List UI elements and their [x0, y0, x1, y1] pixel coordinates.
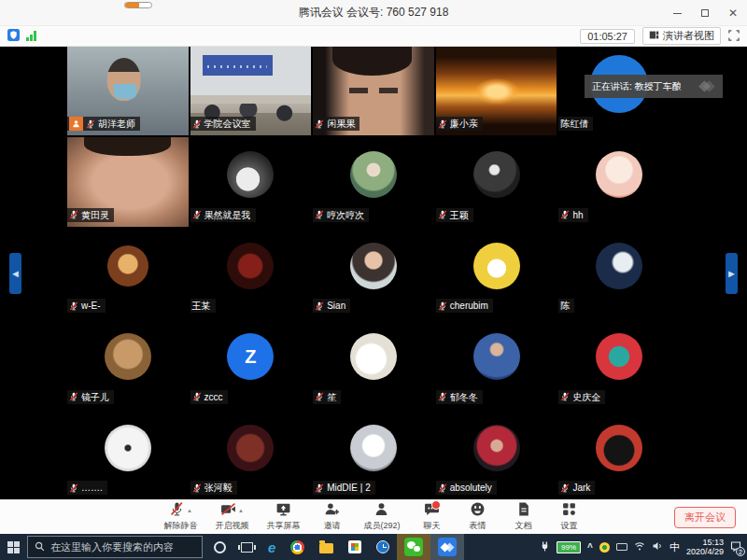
invite-icon: [324, 501, 340, 521]
taskbar-app-wechat[interactable]: [397, 534, 430, 560]
mic-muted-icon: [560, 483, 570, 493]
documents-button[interactable]: 文档: [510, 503, 538, 532]
taskbar-app-chrome[interactable]: [283, 534, 312, 560]
participant-tile[interactable]: 廉小亲: [436, 47, 557, 135]
start-button[interactable]: [0, 534, 27, 560]
participant-tile[interactable]: 郁冬冬: [436, 319, 557, 408]
participant-tile[interactable]: MidDIE | 2: [313, 411, 434, 499]
recording-indicator-icon: [124, 2, 152, 8]
ime-indicator[interactable]: 中: [669, 540, 680, 554]
alarms-clock-icon: [376, 540, 389, 553]
tray-expand-chevron-icon[interactable]: ^: [587, 542, 593, 553]
participant-tile[interactable]: 王颖: [436, 137, 557, 226]
participant-tile[interactable]: 王某: [190, 229, 312, 317]
taskbar-search-input[interactable]: 在这里输入你要搜索的内容: [27, 536, 203, 558]
taskbar-app-tencent-meeting[interactable]: [430, 534, 464, 560]
speaker-view-button[interactable]: 演讲者视图: [642, 27, 721, 45]
mic-muted-icon: [192, 210, 202, 219]
participant-tile[interactable]: hh: [558, 137, 680, 226]
participant-tile[interactable]: 学院会议室: [190, 47, 312, 135]
battery-indicator[interactable]: 99%: [557, 541, 581, 553]
action-center-button[interactable]: 2: [730, 540, 741, 553]
mic-muted-icon: [69, 483, 78, 493]
taskbar-clock[interactable]: 15:13 2020/4/29: [686, 538, 724, 556]
emoji-button[interactable]: 表情: [464, 503, 492, 532]
task-view-button[interactable]: [233, 534, 261, 560]
participant-tile[interactable]: 哼次哼次: [313, 137, 434, 226]
taskbar-app-store[interactable]: [341, 534, 369, 560]
participant-tile[interactable]: Sian: [313, 229, 434, 317]
video-options-caret-icon[interactable]: ▲: [238, 508, 244, 513]
participant-name-label: MidDIE | 2: [313, 481, 375, 495]
taskbar-app-ie[interactable]: e: [261, 534, 283, 560]
participant-tile[interactable]: 张河毅: [190, 411, 312, 499]
invite-button[interactable]: 邀请: [317, 503, 345, 532]
settings-icon: [561, 501, 577, 521]
power-plug-icon: [540, 541, 550, 553]
tray-app-icon[interactable]: [599, 542, 610, 553]
window-title: 腾讯会议 会议号: 760 527 918: [299, 5, 449, 21]
participant-tile[interactable]: Zzccc: [190, 319, 312, 408]
microsoft-store-icon: [348, 540, 361, 553]
participant-tile[interactable]: 黄田灵: [67, 137, 189, 226]
start-video-button[interactable]: ▲ 开启视频: [215, 503, 248, 532]
members-button[interactable]: 成员(292): [363, 503, 400, 532]
unmute-button[interactable]: ▲ 解除静音: [163, 503, 197, 532]
cortana-icon: [214, 541, 226, 553]
maximize-button[interactable]: [698, 7, 712, 20]
participant-tile[interactable]: 闲果果: [313, 47, 434, 135]
participant-name-label: 哼次哼次: [313, 208, 369, 222]
tray-time: 15:13: [702, 538, 724, 547]
participant-tile[interactable]: absolutely: [436, 411, 557, 499]
mic-muted-icon: [438, 210, 447, 219]
fullscreen-icon[interactable]: [728, 28, 740, 45]
leave-meeting-button[interactable]: 离开会议: [674, 507, 736, 528]
participant-name: 黄田灵: [81, 208, 109, 222]
participant-tile[interactable]: …….: [67, 411, 189, 499]
video-grid: 胡洋老师学院会议室闲果果廉小亲陈红倩黄田灵果然就是我哼次哼次王颖hhw-E-王某…: [67, 47, 680, 499]
participant-name-label: absolutely: [436, 481, 497, 495]
close-button[interactable]: ✕: [726, 7, 740, 20]
emoji-icon: [470, 501, 486, 521]
mic-muted-icon: [169, 501, 185, 521]
avatar: [105, 425, 151, 471]
participant-name: 陈红倩: [560, 117, 588, 131]
participant-name: 陈: [560, 299, 570, 313]
volume-icon[interactable]: [652, 540, 663, 553]
mic-muted-icon: [86, 119, 95, 129]
wifi-icon[interactable]: [634, 540, 645, 553]
chat-label: 聊天: [424, 520, 441, 532]
minimize-button[interactable]: [670, 7, 684, 20]
participant-name-label: 黄田灵: [67, 208, 114, 222]
members-label: 成员(292): [363, 520, 400, 532]
participant-name: 王某: [192, 299, 211, 313]
share-screen-button[interactable]: 共享屏幕: [266, 503, 300, 532]
mic-options-caret-icon[interactable]: ▲: [187, 508, 192, 513]
avatar: [473, 243, 520, 289]
participant-name: absolutely: [450, 481, 492, 495]
tray-device-icon[interactable]: [616, 543, 627, 551]
participant-name: 笙: [327, 390, 336, 404]
participant-tile[interactable]: 镜子儿: [67, 319, 189, 408]
participant-name-label: 陈红倩: [558, 117, 593, 131]
settings-button[interactable]: 设置: [556, 503, 584, 532]
emoji-label: 表情: [470, 520, 486, 532]
taskbar-app-clock[interactable]: [369, 534, 397, 560]
next-page-button[interactable]: ►: [726, 253, 738, 294]
participant-tile[interactable]: w-E-: [67, 229, 189, 317]
cortana-button[interactable]: [206, 534, 233, 560]
participant-name: 王颖: [450, 208, 469, 222]
participant-tile[interactable]: 史庆全: [558, 319, 680, 408]
previous-page-button[interactable]: ◄: [9, 253, 21, 294]
start-video-label: 开启视频: [215, 520, 248, 532]
participant-tile[interactable]: 果然就是我: [190, 137, 312, 226]
participant-name-label: 学院会议室: [190, 117, 256, 131]
participant-tile[interactable]: Jark: [558, 411, 680, 499]
participant-tile[interactable]: 陈: [558, 229, 680, 317]
taskbar-app-file-explorer[interactable]: [312, 534, 341, 560]
participant-tile[interactable]: 胡洋老师: [67, 47, 189, 135]
participant-tile[interactable]: 笙: [313, 319, 434, 408]
participant-tile[interactable]: cherubim: [436, 229, 557, 317]
chat-button[interactable]: 聊天: [418, 503, 446, 532]
participant-name-label: Sian: [313, 299, 350, 313]
